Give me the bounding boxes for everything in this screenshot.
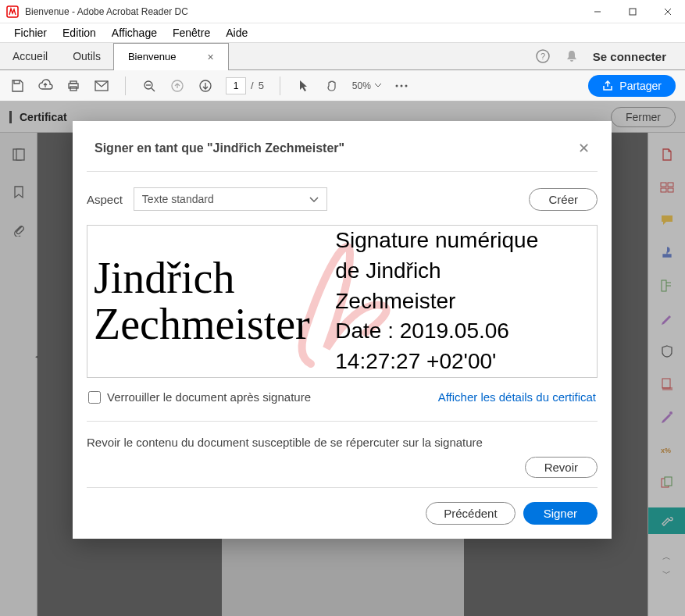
bell-icon[interactable] — [565, 49, 579, 63]
dialog-close-icon[interactable]: ✕ — [578, 140, 590, 157]
next-page-icon[interactable] — [198, 78, 213, 94]
page-indicator: / 5 — [226, 77, 264, 94]
sig-line-1: Signature numérique — [335, 226, 589, 256]
toolbar: / 5 50% Partager — [0, 70, 685, 101]
svg-line-12 — [152, 88, 155, 91]
sig-line-5: 14:27:27 +02'00' — [335, 347, 589, 377]
signature-preview: Jindřich Zechmeister Signature numérique… — [87, 225, 598, 378]
menu-window[interactable]: Fenêtre — [165, 25, 218, 41]
aspect-select[interactable]: Texte standard — [134, 187, 327, 211]
svg-rect-2 — [630, 9, 636, 15]
tab-tools[interactable]: Outils — [60, 43, 113, 69]
dialog-title: Signer en tant que "Jindřich Zechmeister… — [95, 141, 344, 155]
aspect-label: Aspect — [87, 193, 123, 206]
prev-page-icon[interactable] — [169, 78, 185, 94]
menu-file[interactable]: Fichier — [6, 25, 55, 41]
page-number-input[interactable] — [226, 77, 246, 94]
chevron-down-icon — [309, 197, 319, 202]
sig-line-4: Date : 2019.05.06 — [335, 316, 589, 347]
share-label: Partager — [619, 80, 662, 92]
more-tools-icon[interactable] — [394, 78, 409, 94]
create-button[interactable]: Créer — [529, 188, 598, 211]
previous-button[interactable]: Précédent — [426, 502, 515, 525]
zoom-select[interactable]: 50% — [352, 80, 381, 91]
hand-tool-icon[interactable] — [324, 78, 340, 94]
close-window-button[interactable] — [650, 0, 685, 23]
svg-text:?: ? — [541, 52, 545, 61]
signature-details: Signature numérique de Jindřich Zechmeis… — [335, 226, 589, 376]
zoom-out-icon[interactable] — [141, 78, 157, 94]
menu-edit[interactable]: Edition — [55, 25, 104, 41]
tab-document[interactable]: Bienvenue × — [113, 43, 229, 70]
sig-line-2: de Jindřich — [335, 256, 589, 287]
tab-close-icon[interactable]: × — [207, 51, 213, 63]
svg-rect-8 — [70, 81, 77, 84]
print-icon[interactable] — [66, 78, 81, 94]
svg-point-18 — [405, 84, 407, 87]
lock-checkbox[interactable] — [88, 391, 101, 404]
cloud-icon[interactable] — [37, 78, 53, 94]
svg-point-17 — [400, 84, 402, 87]
window-title: Bienvenue - Adobe Acrobat Reader DC — [25, 6, 580, 17]
save-icon[interactable] — [9, 78, 25, 94]
menu-bar: Fichier Edition Affichage Fenêtre Aide — [0, 23, 685, 42]
page-total: 5 — [259, 80, 264, 91]
minimize-button[interactable] — [580, 0, 615, 23]
sign-button[interactable]: Signer — [523, 502, 598, 525]
chevron-down-icon — [375, 84, 381, 87]
review-text: Revoir le contenu du document susceptibl… — [87, 436, 598, 449]
zoom-value: 50% — [352, 80, 371, 91]
certificate-details-link[interactable]: Afficher les détails du certificat — [438, 390, 596, 404]
mail-icon[interactable] — [94, 78, 109, 94]
aspect-value: Texte standard — [142, 193, 214, 205]
share-button[interactable]: Partager — [588, 75, 676, 97]
app-icon — [6, 5, 19, 18]
lock-label: Verrouiller le document après signature — [107, 390, 311, 404]
maximize-button[interactable] — [615, 0, 650, 23]
window-titlebar: Bienvenue - Adobe Acrobat Reader DC — [0, 0, 685, 23]
tab-document-label: Bienvenue — [128, 51, 176, 62]
menu-display[interactable]: Affichage — [104, 25, 165, 41]
help-icon[interactable]: ? — [535, 48, 551, 64]
tab-home[interactable]: Accueil — [0, 43, 60, 69]
signature-name: Jindřich Zechmeister — [89, 255, 335, 347]
menu-help[interactable]: Aide — [218, 25, 255, 41]
page-sep: / — [251, 80, 254, 91]
svg-point-16 — [395, 84, 398, 87]
tab-bar: Accueil Outils Bienvenue × ? Se connecte… — [0, 42, 685, 70]
signin-link[interactable]: Se connecter — [593, 50, 666, 63]
sig-line-3: Zechmeister — [335, 287, 589, 317]
select-tool-icon[interactable] — [296, 78, 312, 94]
sign-dialog: Signer en tant que "Jindřich Zechmeister… — [73, 121, 612, 539]
review-button[interactable]: Revoir — [525, 457, 598, 478]
share-icon — [602, 80, 613, 91]
